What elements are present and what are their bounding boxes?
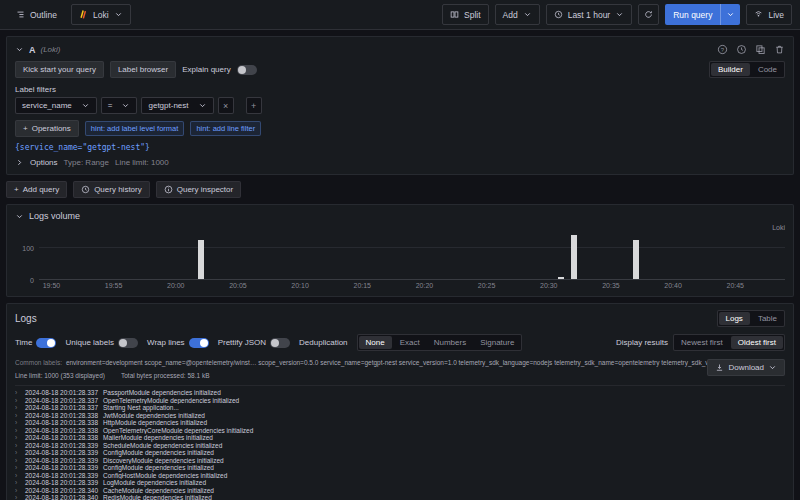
run-query-button[interactable]: Run query	[665, 4, 720, 25]
query-hint[interactable]: hint: add label level format	[85, 121, 185, 136]
query-options-row[interactable]: Options Type: Range Line limit: 1000	[15, 158, 785, 167]
unique-labels-toggle[interactable]	[118, 338, 138, 348]
chevron-down-icon	[523, 10, 532, 19]
log-row[interactable]: ›2024-08-18 20:01:28.340RedisModule depe…	[15, 494, 785, 500]
newest-first-option[interactable]: Newest first	[674, 336, 730, 349]
query-history-icon-button[interactable]	[736, 44, 747, 55]
signature-option[interactable]: Signature	[473, 336, 521, 349]
collapse-query-icon[interactable]	[15, 45, 24, 54]
filter-value-select[interactable]: getgpt-nest	[141, 97, 213, 114]
filter-label-select[interactable]: service_name	[15, 97, 97, 114]
log-timestamp: 2024-08-18 20:01:28.339	[25, 464, 98, 472]
code-option[interactable]: Code	[751, 63, 784, 76]
label-browser-button[interactable]: Label browser	[110, 61, 176, 78]
download-button[interactable]: Download	[707, 359, 785, 376]
datasource-help-button[interactable]: ?	[717, 44, 728, 55]
exact-option[interactable]: Exact	[393, 336, 427, 349]
add-operation-button[interactable]: + Operations	[15, 120, 79, 137]
explore-actions-row: + Add query Query history Query inspecto…	[6, 181, 794, 198]
expand-row-icon[interactable]: ›	[15, 389, 20, 397]
expand-row-icon[interactable]: ›	[15, 434, 20, 442]
filter-operator-select[interactable]: =	[101, 97, 138, 114]
explain-query-toggle[interactable]	[237, 65, 257, 75]
numbers-option[interactable]: Numbers	[427, 336, 473, 349]
expand-row-icon[interactable]: ›	[15, 494, 20, 500]
prettify-json-toggle[interactable]	[270, 338, 290, 348]
log-message: LogModule dependencies initialized	[103, 479, 206, 487]
kick-start-query-button[interactable]: Kick start your query	[15, 61, 104, 78]
time-toggle[interactable]	[36, 338, 56, 348]
log-row[interactable]: ›2024-08-18 20:01:28.337PassportModule d…	[15, 389, 785, 397]
query-hint[interactable]: hint: add line filter	[190, 121, 261, 136]
add-dropdown-button[interactable]: Add	[495, 4, 540, 25]
none-option[interactable]: None	[359, 336, 392, 349]
options-label: Options	[30, 158, 58, 167]
explain-query-label: Explain query	[182, 65, 230, 74]
filter-value-value: getgpt-nest	[148, 101, 188, 110]
expand-row-icon[interactable]: ›	[15, 449, 20, 457]
query-inspector-button[interactable]: Query inspector	[156, 181, 241, 198]
svg-text:?: ?	[721, 47, 725, 53]
expand-row-icon[interactable]: ›	[15, 412, 20, 420]
expand-row-icon[interactable]: ›	[15, 479, 20, 487]
log-row[interactable]: ›2024-08-18 20:01:28.338JwtModule depend…	[15, 412, 785, 420]
log-row[interactable]: ›2024-08-18 20:01:28.337OpenTelemetryMod…	[15, 397, 785, 405]
add-query-button[interactable]: + Add query	[6, 181, 67, 198]
duplicate-query-button[interactable]	[755, 44, 766, 55]
log-row[interactable]: ›2024-08-18 20:01:28.339ConfigModule dep…	[15, 464, 785, 472]
history-clock-icon	[81, 185, 90, 194]
run-query-interval-dropdown[interactable]	[720, 4, 740, 25]
live-label: Live	[768, 10, 784, 20]
sync-time-button[interactable]	[638, 4, 659, 25]
x-axis: 19:5019:5520:0020:0520:1020:1520:2020:25…	[39, 280, 785, 291]
table-option[interactable]: Table	[751, 312, 784, 325]
remove-query-button[interactable]	[774, 44, 785, 55]
remove-filter-button[interactable]: ×	[218, 97, 234, 114]
log-timestamp: 2024-08-18 20:01:28.340	[25, 494, 98, 500]
log-row[interactable]: ›2024-08-18 20:01:28.340CacheModule depe…	[15, 487, 785, 495]
log-row[interactable]: ›2024-08-18 20:01:28.339ConfigModule dep…	[15, 449, 785, 457]
operations-label: Operations	[32, 124, 71, 133]
deduplication-group: NoneExactNumbersSignature	[357, 334, 523, 351]
builder-option[interactable]: Builder	[711, 63, 750, 76]
y-axis-label: 0	[30, 277, 34, 284]
expand-row-icon[interactable]: ›	[15, 464, 20, 472]
oldest-first-option[interactable]: Oldest first	[731, 336, 783, 349]
datasource-picker[interactable]: Loki	[71, 4, 131, 25]
unique-labels-control: Unique labels	[65, 338, 137, 348]
split-icon	[450, 10, 459, 19]
expand-row-icon[interactable]: ›	[15, 457, 20, 465]
outline-button[interactable]: Outline	[8, 4, 65, 25]
expand-row-icon[interactable]: ›	[15, 427, 20, 435]
expand-row-icon[interactable]: ›	[15, 472, 20, 480]
query-history-button[interactable]: Query history	[73, 181, 150, 198]
chart-plot-area[interactable]	[39, 232, 785, 280]
log-row[interactable]: ›2024-08-18 20:01:28.339ScheduleModule d…	[15, 442, 785, 450]
log-row[interactable]: ›2024-08-18 20:01:28.337Starting Nest ap…	[15, 404, 785, 412]
expand-row-icon[interactable]: ›	[15, 419, 20, 427]
logs-volume-header[interactable]: Logs volume	[15, 209, 785, 223]
time-range-picker[interactable]: Last 1 hour	[546, 4, 633, 25]
add-label-filter-button[interactable]: +	[246, 97, 262, 114]
logs-controls: TimeUnique labelsWrap linesPrettify JSON…	[15, 334, 785, 351]
chart-legend[interactable]: Loki	[15, 223, 785, 232]
log-row[interactable]: ›2024-08-18 20:01:28.338HttpModule depen…	[15, 419, 785, 427]
expand-row-icon[interactable]: ›	[15, 404, 20, 412]
log-row[interactable]: ›2024-08-18 20:01:28.339LogModule depend…	[15, 479, 785, 487]
volume-bar	[571, 235, 577, 279]
log-row[interactable]: ›2024-08-18 20:01:28.338MailerModule dep…	[15, 434, 785, 442]
expand-row-icon[interactable]: ›	[15, 397, 20, 405]
logs-option[interactable]: Logs	[719, 312, 750, 325]
log-row[interactable]: ›2024-08-18 20:01:28.339ConfigHostModule…	[15, 472, 785, 480]
log-row[interactable]: ›2024-08-18 20:01:28.339DiscoveryModule …	[15, 457, 785, 465]
split-button[interactable]: Split	[442, 4, 489, 25]
download-label: Download	[728, 363, 764, 372]
wrap-lines-toggle[interactable]	[189, 338, 209, 348]
datasource-name: Loki	[93, 10, 109, 20]
add-label: Add	[503, 10, 518, 20]
log-row[interactable]: ›2024-08-18 20:01:28.338OpenTelemetryCor…	[15, 427, 785, 435]
expand-row-icon[interactable]: ›	[15, 487, 20, 495]
expand-row-icon[interactable]: ›	[15, 442, 20, 450]
live-button[interactable]: Live	[746, 4, 792, 25]
options-line-limit: Line limit: 1000	[115, 158, 169, 167]
